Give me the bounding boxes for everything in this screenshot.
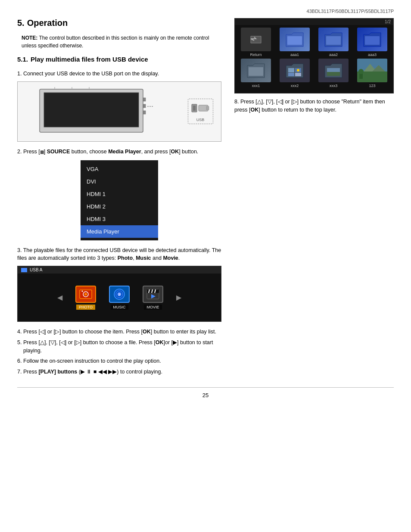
steps-list: Press [◁] or [▷] button to choose the it…: [17, 328, 221, 376]
source-hdmi3[interactable]: HDMI 3: [81, 213, 158, 225]
right-column: 1/2 Return: [234, 18, 394, 114]
music-label: MUSIC: [111, 305, 128, 310]
media-browser-body: ◀ PHOTO: [18, 274, 221, 321]
usb-icon: [21, 268, 27, 272]
subsection-title: Play multimedia files from USB device: [31, 56, 148, 63]
svg-point-35: [297, 69, 299, 72]
section-number: 5.: [17, 18, 25, 28]
main-layout: 5. Operation NOTE: The control button de…: [17, 18, 394, 379]
usb-label: USB: [196, 118, 205, 122]
page-footer: 25: [17, 387, 394, 398]
step8-text: 8. Press [△], [▽], [◁] or [▷] button to …: [234, 98, 394, 114]
fb-label-123: 123: [369, 84, 375, 88]
fb-item-xxx2[interactable]: xxx2: [276, 59, 313, 88]
svg-rect-12: [206, 106, 209, 110]
fb-item-xxx1[interactable]: xxx1: [237, 59, 274, 88]
media-item-photo[interactable]: PHOTO: [75, 286, 96, 310]
model-number: 43BDL3117P/50BDL3117P/55BDL3117P: [307, 9, 394, 14]
subsection-number: 5.1.: [17, 56, 28, 63]
step6: Follow the on-screen instruction to cont…: [17, 357, 221, 365]
fb-item-return[interactable]: Return: [237, 28, 274, 57]
media-item-movie[interactable]: MOVIE: [143, 286, 163, 310]
source-mediaplayer[interactable]: Media Player: [81, 225, 158, 238]
movie-label: MOVIE: [144, 305, 162, 310]
usb-insert-illustration: USB: [183, 99, 218, 124]
fb-label-xxx2: xxx2: [291, 84, 299, 88]
fb-item-123[interactable]: 123: [354, 59, 391, 88]
usb-drive-label: USB A: [30, 268, 42, 272]
svg-text:♪: ♪: [118, 292, 121, 297]
step1-text: 1. Connect your USB device to the USB po…: [17, 70, 221, 78]
photo-icon: [75, 286, 96, 303]
source-dvi[interactable]: DVI: [81, 175, 158, 188]
step4: Press [◁] or [▷] button to choose the it…: [17, 328, 221, 336]
file-browser-page: 1/2: [235, 19, 393, 25]
fb-label-xxx3: xxx3: [330, 84, 338, 88]
fb-label-xxx1: xxx1: [252, 84, 260, 88]
step5: Press [△], [▽], [◁] or [▷] button to cho…: [17, 339, 221, 355]
media-item-music[interactable]: ♪ MUSIC: [109, 286, 130, 310]
svg-rect-34: [295, 73, 301, 76]
step2-text: 2. Press [▩] SOURCE button, choose Media…: [17, 148, 221, 156]
nav-arrow-left[interactable]: ◀: [57, 293, 62, 302]
fb-folder-aaa1: [280, 28, 310, 51]
svg-point-45: [358, 69, 364, 74]
fb-label-aaa3: aaa3: [368, 53, 377, 57]
media-browser: USB A ◀ PHOTO: [17, 266, 221, 322]
svg-rect-39: [327, 68, 340, 72]
svg-rect-30: [249, 67, 263, 76]
fb-folder-aaa2: [318, 28, 349, 51]
file-browser: 1/2 Return: [234, 18, 394, 93]
nav-arrow-right[interactable]: ▶: [176, 293, 181, 302]
fb-folder-xxx3: [318, 59, 349, 82]
fb-item-aaa3[interactable]: aaa3: [354, 28, 391, 57]
svg-rect-6: [143, 104, 146, 108]
fb-label-return: Return: [250, 53, 262, 57]
fb-folder-xxx1: [241, 59, 271, 82]
left-column: 5. Operation NOTE: The control button de…: [17, 18, 221, 379]
svg-point-16: [82, 290, 83, 292]
source-hdmi1[interactable]: HDMI 1: [81, 188, 158, 200]
svg-rect-33: [288, 73, 294, 76]
movie-icon: [143, 286, 163, 303]
svg-rect-1: [44, 93, 139, 127]
fb-folder-aaa3: [357, 28, 387, 51]
music-icon: ♪: [109, 286, 130, 303]
svg-rect-29: [365, 36, 380, 45]
step7: Press [PLAY] buttons (▶ ⏸ ■ ◀◀ ▶▶) to co…: [17, 368, 221, 376]
fb-item-aaa1[interactable]: aaa1: [276, 28, 313, 57]
fb-label-aaa2: aaa2: [329, 53, 338, 57]
photo-label: PHOTO: [76, 305, 95, 310]
svg-rect-38: [327, 72, 340, 76]
usb-dashed-box: USB: [188, 99, 213, 124]
usb-diagram: USB: [17, 81, 221, 142]
svg-rect-28: [326, 36, 341, 45]
step3-text: 3. The playable files for the connected …: [17, 246, 221, 263]
source-hdmi2[interactable]: HDMI 2: [81, 200, 158, 213]
page-header: 43BDL3117P/50BDL3117P/55BDL3117P: [17, 9, 394, 14]
section-note: NOTE: The control button described in th…: [17, 34, 221, 50]
svg-rect-5: [143, 98, 146, 101]
svg-rect-7: [143, 111, 146, 114]
fb-folder-return: [241, 28, 271, 51]
file-browser-grid: Return aaa1: [235, 25, 393, 90]
fb-item-aaa2[interactable]: aaa2: [315, 28, 352, 57]
fb-label-aaa1: aaa1: [290, 53, 299, 57]
page-number: 25: [202, 392, 209, 398]
fb-folder-123: [357, 59, 387, 82]
tv-illustration: [21, 85, 179, 138]
svg-rect-27: [287, 36, 302, 45]
section-title: Operation: [27, 18, 68, 28]
source-vga[interactable]: VGA: [81, 163, 158, 175]
svg-rect-31: [288, 68, 294, 72]
svg-point-15: [84, 293, 87, 296]
fb-folder-xxx2: [280, 59, 310, 82]
fb-item-xxx3[interactable]: xxx3: [315, 59, 352, 88]
svg-rect-10: [193, 106, 196, 111]
media-browser-header: USB A: [18, 266, 221, 274]
source-menu: VGA DVI HDMI 1 HDMI 2 HDMI 3 Media Playe…: [81, 160, 158, 240]
